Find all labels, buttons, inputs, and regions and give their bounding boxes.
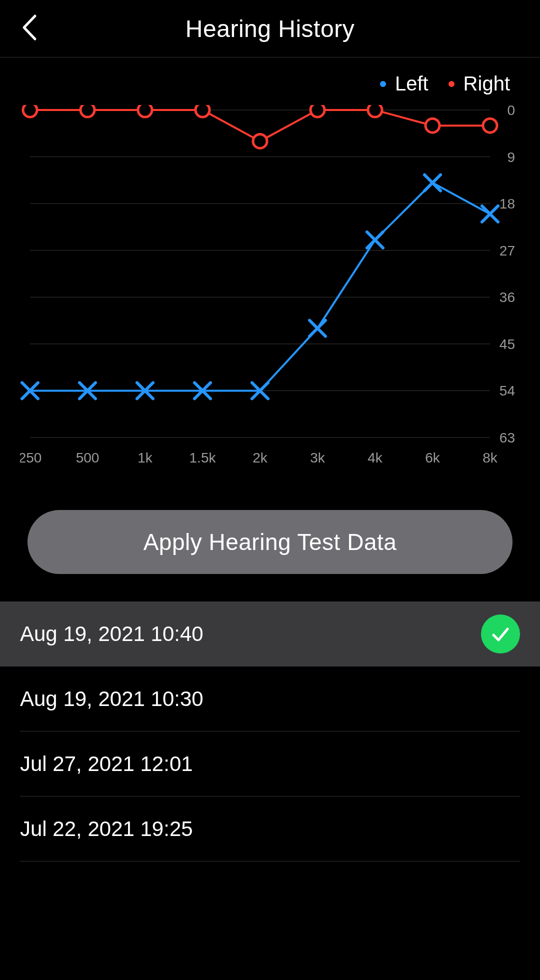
svg-text:8k: 8k xyxy=(482,450,498,466)
legend-item-left: Left xyxy=(380,72,428,95)
history-item-label: Jul 22, 2021 19:25 xyxy=(20,817,193,841)
svg-point-45 xyxy=(138,105,152,117)
svg-text:45: 45 xyxy=(500,336,515,352)
svg-point-49 xyxy=(368,105,382,117)
history-item[interactable]: Aug 19, 2021 10:40 xyxy=(0,602,540,666)
back-button[interactable] xyxy=(20,14,39,43)
svg-text:63: 63 xyxy=(500,430,515,446)
page-title: Hearing History xyxy=(186,15,354,42)
history-item[interactable]: Jul 27, 2021 12:01 xyxy=(20,732,520,796)
check-icon xyxy=(481,614,520,654)
svg-text:6k: 6k xyxy=(425,450,440,466)
chart-area: Left Right 091827364554632505001k1.5k2k3… xyxy=(0,58,540,480)
svg-text:27: 27 xyxy=(500,243,515,258)
svg-point-50 xyxy=(426,118,440,132)
svg-text:1k: 1k xyxy=(138,450,153,466)
history-item-label: Jul 27, 2021 12:01 xyxy=(20,752,193,776)
svg-text:36: 36 xyxy=(500,290,515,305)
svg-text:18: 18 xyxy=(500,196,515,212)
svg-text:4k: 4k xyxy=(368,450,383,466)
legend-label-right: Right xyxy=(464,72,510,95)
svg-text:54: 54 xyxy=(500,383,515,398)
apply-button[interactable]: Apply Hearing Test Data xyxy=(28,510,512,574)
svg-point-44 xyxy=(80,105,94,117)
history-list: Aug 19, 2021 10:40Aug 19, 2021 10:30Jul … xyxy=(0,602,540,862)
svg-point-47 xyxy=(253,134,267,148)
legend: Left Right xyxy=(20,58,520,105)
svg-text:9: 9 xyxy=(507,150,515,165)
history-item[interactable]: Jul 22, 2021 19:25 xyxy=(20,796,520,862)
svg-text:1.5k: 1.5k xyxy=(190,450,216,466)
svg-text:0: 0 xyxy=(507,105,515,118)
svg-text:500: 500 xyxy=(76,450,100,466)
legend-label-left: Left xyxy=(395,72,428,95)
svg-point-46 xyxy=(196,105,210,117)
legend-item-right: Right xyxy=(448,72,510,95)
legend-dot-left xyxy=(380,81,386,87)
svg-point-51 xyxy=(483,118,497,132)
svg-point-48 xyxy=(310,105,324,117)
svg-text:250: 250 xyxy=(20,450,42,466)
history-item-label: Aug 19, 2021 10:30 xyxy=(20,687,204,711)
history-item-label: Aug 19, 2021 10:40 xyxy=(20,622,204,646)
svg-text:3k: 3k xyxy=(310,450,326,466)
legend-dot-right xyxy=(448,81,454,87)
history-item[interactable]: Aug 19, 2021 10:30 xyxy=(20,666,520,732)
chevron-left-icon xyxy=(20,14,39,41)
audiogram-chart: 091827364554632505001k1.5k2k3k4k6k8k xyxy=(20,105,520,480)
svg-text:2k: 2k xyxy=(252,450,268,466)
header: Hearing History xyxy=(0,0,540,58)
svg-point-43 xyxy=(23,105,37,117)
